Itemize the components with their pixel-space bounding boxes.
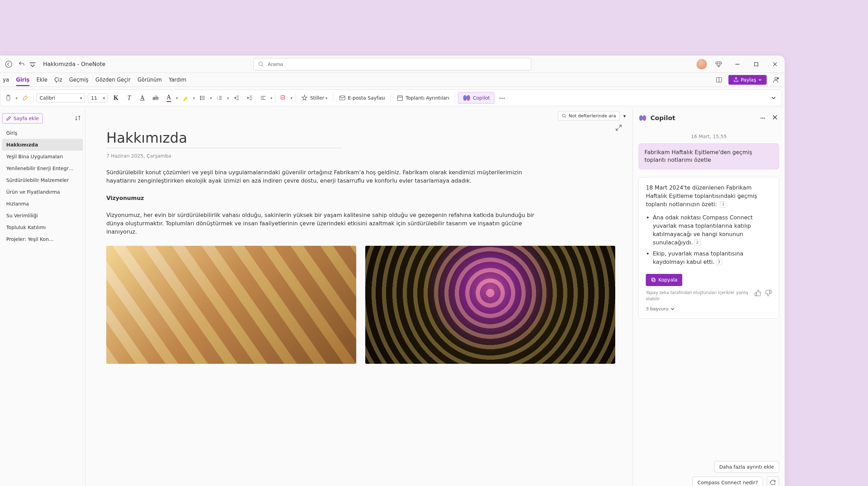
todo-tag-button[interactable]	[278, 93, 289, 103]
ribbon-tab[interactable]: Gözden Geçir	[95, 74, 131, 86]
page-list-item[interactable]: Topluluk Katılımı	[2, 221, 83, 233]
copilot-icon	[639, 114, 647, 122]
reading-view-button[interactable]	[713, 74, 725, 86]
meeting-details-button[interactable]: Toplantı Ayrıntıları	[394, 93, 452, 103]
thumbs-down-button[interactable]	[765, 290, 772, 299]
svg-rect-47	[755, 293, 757, 296]
page-list-item[interactable]: Giriş	[2, 127, 83, 139]
sort-button[interactable]	[75, 115, 81, 122]
align-button[interactable]	[258, 93, 268, 103]
copilot-avatar-button[interactable]	[770, 74, 782, 86]
chevron-down-icon[interactable]: ▾	[16, 96, 17, 100]
workspace: Sayfa ekle GirişHakkımızdaYeşil Bina Uyg…	[0, 109, 785, 486]
chevron-down-icon[interactable]: ▾	[176, 96, 178, 100]
ribbon-tabs: yaGirişEkleÇizGeçmişGözden GeçirGörünümY…	[0, 73, 785, 87]
ribbon-tab[interactable]: Ekle	[36, 74, 48, 86]
ribbon-tab[interactable]: Geçmiş	[69, 74, 89, 86]
copy-button[interactable]: Kopyala	[646, 274, 682, 286]
vision-heading[interactable]: Vizyonumuz	[106, 195, 615, 201]
premium-icon[interactable]	[712, 57, 726, 71]
collapse-ribbon-button[interactable]	[768, 93, 779, 103]
font-size-select[interactable]: 11▾	[88, 93, 108, 102]
ref-badge[interactable]: 1	[720, 201, 726, 208]
refresh-icon	[770, 479, 776, 486]
minimize-button[interactable]	[731, 57, 744, 71]
svg-text:3: 3	[217, 98, 218, 100]
thumbs-up-button[interactable]	[754, 290, 761, 299]
undo-button[interactable]	[16, 58, 28, 70]
intro-paragraph[interactable]: Sürdürülebilir konut çözümleri ve yeşil …	[106, 168, 551, 185]
chevron-down-icon[interactable]: ▾	[623, 113, 626, 119]
image-wood-architecture[interactable]	[106, 246, 356, 364]
search-input[interactable]	[268, 61, 527, 67]
font-name-select[interactable]: Calibri▾	[36, 93, 85, 102]
page-list-item[interactable]: Yenilenebilir Enerji Entegr…	[2, 162, 83, 174]
styles-button[interactable]: Stiller ▾	[298, 93, 330, 103]
ai-bullet: Ekip, yuvarlak masa toplantısına kaydolm…	[653, 250, 772, 266]
chevron-down-icon[interactable]: ▾	[291, 96, 292, 100]
svg-rect-36	[340, 96, 345, 100]
vision-paragraph[interactable]: Vizyonumuz, her evin bir sürdürülebilirl…	[106, 211, 551, 236]
font-color-button[interactable]: A	[164, 93, 174, 103]
ribbon-tab[interactable]: ya	[3, 74, 9, 86]
paste-button[interactable]	[3, 93, 14, 103]
add-page-button[interactable]: Sayfa ekle	[2, 113, 43, 124]
highlight-button[interactable]	[181, 93, 191, 103]
user-avatar[interactable]	[696, 59, 707, 69]
copy-icon	[651, 277, 656, 283]
close-button[interactable]	[768, 57, 782, 71]
svg-point-14	[200, 96, 201, 97]
share-button[interactable]: Paylaş	[728, 75, 767, 85]
chevron-down-icon[interactable]: ▾	[227, 96, 229, 100]
copilot-icon	[462, 94, 471, 102]
page-list-item[interactable]: Su Verimliliği	[2, 210, 83, 221]
ribbon-tab[interactable]: Giriş	[16, 74, 30, 86]
maximize-button[interactable]	[749, 57, 763, 71]
ribbon-tab[interactable]: Görünüm	[137, 74, 162, 86]
chevron-down-icon[interactable]: ▾	[210, 96, 212, 100]
format-painter-button[interactable]	[20, 93, 31, 103]
page-list-item[interactable]: Ürün ve Fiyatlandırma	[2, 186, 83, 198]
bold-button[interactable]: K	[111, 93, 121, 103]
chevron-down-icon[interactable]: ▾	[193, 96, 195, 100]
expand-button[interactable]	[615, 124, 622, 132]
page-list-item[interactable]: Hakkımızda	[2, 139, 83, 151]
strikethrough-button[interactable]: ab	[150, 93, 161, 103]
document-body[interactable]: Hakkımızda 7 Haziran 2025, Çarşamba Sürd…	[85, 109, 633, 486]
search-icon	[562, 114, 567, 118]
italic-button[interactable]: T	[124, 93, 134, 103]
page-list-item[interactable]: Sürdürülebilir Malzemeler	[2, 174, 83, 186]
image-dome-architecture[interactable]	[365, 246, 615, 364]
page-list-item[interactable]: Yeşil Bina Uygulamaları	[2, 151, 83, 162]
suggestions: Daha fazla ayrıntı ekle Compass Connect …	[639, 461, 779, 486]
numbered-list-button[interactable]: 123	[215, 93, 225, 103]
ref-badge[interactable]: 2	[694, 240, 701, 246]
bullet-list-button[interactable]	[198, 93, 208, 103]
search-notebooks-button[interactable]: Not defterlerinde ara	[558, 111, 620, 120]
styles-icon	[301, 94, 308, 101]
chevron-down-icon[interactable]: ▾	[270, 96, 272, 100]
page-list-item[interactable]: Hızlanma	[2, 198, 83, 210]
back-button[interactable]	[3, 58, 15, 70]
copilot-close-button[interactable]	[771, 113, 779, 123]
ref-badge[interactable]: 3	[716, 259, 722, 265]
user-message: Fabrikam Haftalık Eşitleme'den geçmiş to…	[639, 143, 779, 169]
references-toggle[interactable]: 3 başvuru	[646, 305, 772, 312]
ribbon-tab[interactable]: Çiz	[55, 74, 62, 86]
email-page-button[interactable]: E-posta Sayfası	[336, 93, 388, 103]
customize-qat-button[interactable]	[29, 58, 36, 70]
copilot-toolbar-button[interactable]: Copilot	[458, 92, 494, 104]
suggestion-chip[interactable]: Daha fazla ayrıntı ekle	[714, 461, 779, 473]
underline-button[interactable]: A	[137, 93, 148, 103]
increase-indent-button[interactable]	[245, 93, 255, 103]
search-box[interactable]	[253, 58, 531, 70]
ai-intro-text: 18 Mart 2024'te düzenlenen Fabrikam Haft…	[646, 184, 757, 208]
copilot-more-button[interactable]: ⋯	[759, 114, 767, 122]
suggestion-chip[interactable]: Compass Connect nedir?	[692, 477, 763, 486]
more-commands-button[interactable]: ⋯	[497, 93, 508, 103]
page-title[interactable]: Hakkımızda	[106, 130, 615, 146]
page-list-item[interactable]: Projeler: Yeşil Kon…	[2, 233, 83, 245]
ribbon-tab[interactable]: Yardım	[169, 74, 186, 86]
decrease-indent-button[interactable]	[232, 93, 242, 103]
refresh-suggestions-button[interactable]	[767, 476, 779, 486]
